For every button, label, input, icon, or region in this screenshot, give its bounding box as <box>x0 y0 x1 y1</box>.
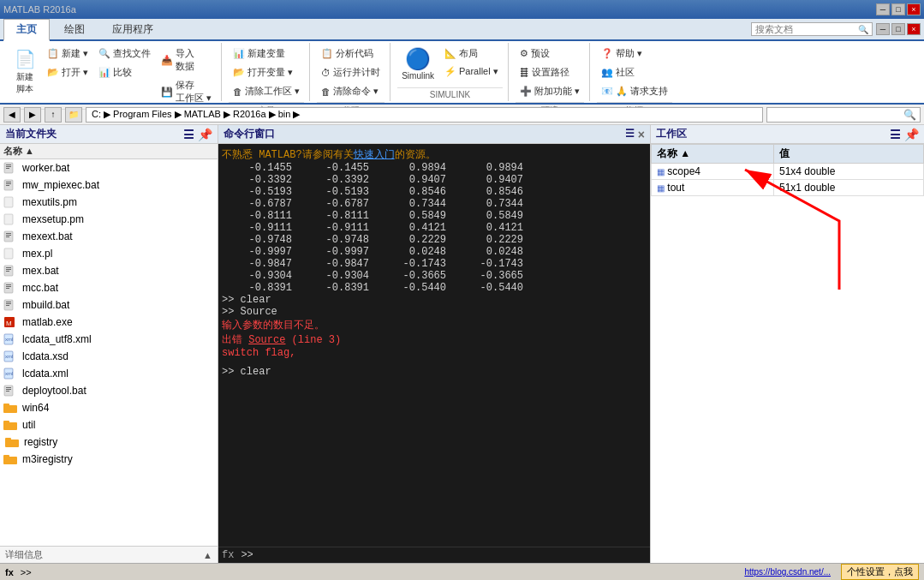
up-button[interactable]: ↑ <box>45 107 62 123</box>
set-path-button[interactable]: 🛤 设置路径 <box>516 63 584 81</box>
addons-button[interactable]: ➕ 附加功能 ▾ <box>516 82 584 100</box>
svg-rect-46 <box>3 455 9 458</box>
data-cell: -0.9304 <box>299 270 376 282</box>
tab-home[interactable]: 主页 <box>3 19 50 41</box>
close-button[interactable]: × <box>907 3 921 15</box>
file-item[interactable]: mcc.bat <box>0 279 218 296</box>
workspace-row[interactable]: ▦ scope451x4 double <box>652 164 924 180</box>
tab-apps[interactable]: 应用程序 <box>99 19 166 39</box>
tb-restore[interactable]: □ <box>891 23 905 35</box>
forward-button[interactable]: ▶ <box>24 107 41 123</box>
file-item[interactable]: util <box>0 416 218 434</box>
address-search[interactable]: 🔍 <box>766 107 921 123</box>
clear-workspace-button[interactable]: 🗑 清除工作区 ▾ <box>229 82 304 100</box>
file-item[interactable]: mexsetup.pm <box>0 211 218 228</box>
tb-close[interactable]: × <box>907 23 921 35</box>
file-item[interactable]: xmllcdata.xml <box>0 365 218 382</box>
search-input-top[interactable] <box>755 24 858 34</box>
run-timer-button[interactable]: ⏱ 运行并计时 <box>317 63 385 81</box>
workspace-menu[interactable]: ☰ <box>890 128 901 141</box>
data-row: -0.6787-0.67870.73440.7344 <box>222 198 647 210</box>
file-item[interactable]: mexutils.pm <box>0 194 218 211</box>
file-item[interactable]: Mmatlab.exe <box>0 314 218 331</box>
new-button[interactable]: 📋 新建 ▾ <box>43 45 92 63</box>
data-cell: -0.9111 <box>222 222 299 234</box>
address-path[interactable]: C: ▶ Program Files ▶ MATLAB ▶ R2016a ▶ b… <box>86 107 763 123</box>
find-files-button[interactable]: 🔍 查找文件 <box>94 45 155 63</box>
file-icon <box>3 196 19 208</box>
compare-button[interactable]: 📊 比较 <box>94 63 155 81</box>
left-panel-pin[interactable]: 📌 <box>198 128 212 141</box>
file-item[interactable]: registry <box>0 434 218 451</box>
file-item[interactable]: worker.bat <box>0 159 218 176</box>
left-panel-menu[interactable]: ☰ <box>183 128 194 141</box>
data-cell: 0.0248 <box>453 246 530 258</box>
status-url[interactable]: https://blog.csdn.net/... <box>744 567 831 577</box>
data-cell: 0.9894 <box>376 162 453 174</box>
data-row: -0.9111-0.91110.41210.4121 <box>222 222 647 234</box>
cmd-close[interactable]: × <box>638 128 645 141</box>
back-button[interactable]: ◀ <box>3 107 21 123</box>
file-item[interactable]: mbuild.bat <box>0 296 218 314</box>
svg-rect-20 <box>6 284 11 285</box>
info-expand[interactable]: ▲ <box>203 550 212 560</box>
quickstart-link[interactable]: 快速入门 <box>354 149 395 161</box>
cmd-error-1: 输入参数的数目不足。 <box>222 318 647 332</box>
var-icon: ▦ <box>657 183 665 193</box>
file-name: mcc.bat <box>22 282 214 294</box>
personalize-btn[interactable]: 个性设置，点我 <box>841 564 919 580</box>
svg-rect-8 <box>4 197 13 207</box>
open-var-button[interactable]: 📂 打开变量 ▾ <box>229 63 304 81</box>
cmd-body[interactable]: 不熟悉 MATLAB?请参阅有关快速入门的资源。-0.1455-0.14550.… <box>218 144 650 547</box>
file-item[interactable]: xmllcdata.xsd <box>0 348 218 365</box>
minimize-button[interactable]: ─ <box>876 3 890 15</box>
file-name: win64 <box>22 402 214 414</box>
community-button[interactable]: 👥 社区 <box>597 63 672 81</box>
open-button[interactable]: 📂 打开 ▾ <box>43 63 92 81</box>
file-item[interactable]: deploytool.bat <box>0 382 218 399</box>
cmd-menu[interactable]: ☰ <box>625 128 635 141</box>
maximize-button[interactable]: □ <box>891 3 905 15</box>
help-button[interactable]: ❓ 帮助 ▾ <box>597 45 672 63</box>
ribbon-group-simulink: 🔵 Simulink 📐 布局 ⚡ Parallel ▾ SIMULINK <box>392 43 509 101</box>
import-button[interactable]: 📥 导入数据 <box>157 45 216 75</box>
data-cell: 0.9407 <box>453 174 530 186</box>
file-name: mbuild.bat <box>22 299 214 311</box>
file-item[interactable]: mexext.bat <box>0 228 218 245</box>
request-support-button[interactable]: 📧 🙏 请求支持 <box>597 82 672 100</box>
workspace-pin[interactable]: 📌 <box>904 128 919 141</box>
error-link[interactable]: Source <box>248 334 285 346</box>
workspace-row[interactable]: ▦ tout51x1 double <box>652 180 924 196</box>
prefs-button[interactable]: ⚙ 预设 <box>516 45 584 63</box>
data-cell: -0.9304 <box>222 270 299 282</box>
data-row: -0.5193-0.51930.85460.8546 <box>222 186 647 198</box>
analyze-button[interactable]: 📋 分析代码 <box>317 45 385 63</box>
file-item[interactable]: mw_mpiexec.bat <box>0 176 218 194</box>
save-button[interactable]: 💾 保存工作区 ▾ <box>157 76 216 107</box>
file-item[interactable]: m3iregistry <box>0 451 218 468</box>
file-item[interactable]: xmllcdata_utf8.xml <box>0 331 218 348</box>
layout-button[interactable]: 📐 布局 <box>440 45 503 63</box>
browse-button[interactable]: 📁 <box>65 107 82 123</box>
simulink-button[interactable]: 🔵 Simulink <box>397 45 438 83</box>
data-cell: -0.8391 <box>299 282 376 294</box>
file-item[interactable]: mex.bat <box>0 262 218 279</box>
simulink-group-label: SIMULINK <box>397 87 503 99</box>
new-script-button[interactable]: 📄 新建脚本 <box>9 45 41 98</box>
clear-cmd-button[interactable]: 🗑 清除命令 ▾ <box>317 82 385 100</box>
file-item[interactable]: win64 <box>0 399 218 416</box>
address-search-input[interactable] <box>771 110 903 120</box>
tab-plot[interactable]: 绘图 <box>51 19 98 39</box>
file-item[interactable]: mex.pl <box>0 245 218 262</box>
tb-minimize[interactable]: ─ <box>876 23 890 35</box>
new-var-button[interactable]: 📊 新建变量 <box>229 45 304 63</box>
data-row: -0.8391-0.8391-0.5440-0.5440 <box>222 282 647 294</box>
find-icon: 🔍 <box>98 48 110 59</box>
parallel-button[interactable]: ⚡ Parallel ▾ <box>440 63 503 80</box>
file-name: registry <box>24 436 214 448</box>
svg-text:xml: xml <box>5 354 13 359</box>
cmd-text-input[interactable] <box>257 549 647 561</box>
file-name: matlab.exe <box>22 316 214 328</box>
search-box-top[interactable]: 🔍 <box>751 22 873 36</box>
file-name: lcdata_utf8.xml <box>22 333 214 345</box>
